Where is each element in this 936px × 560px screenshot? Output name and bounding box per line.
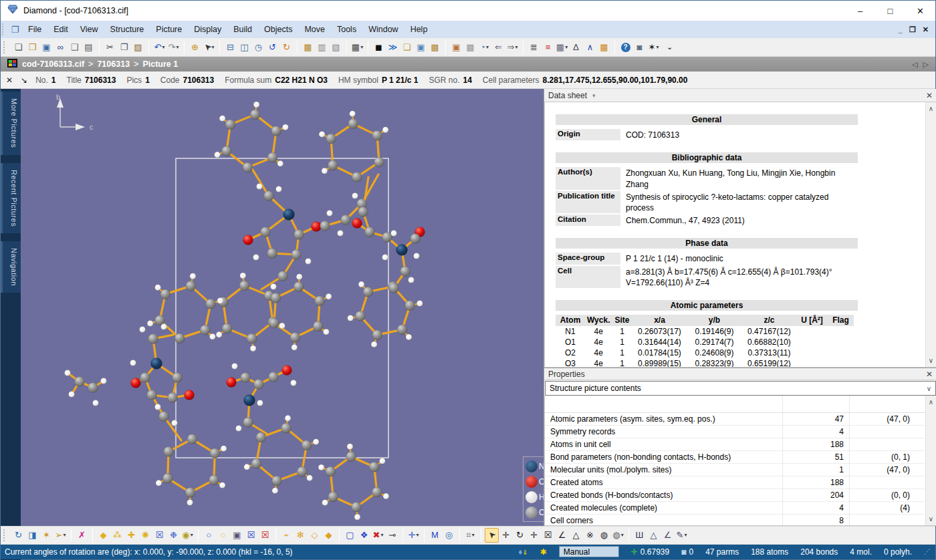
copy-table-icon[interactable]: ▧	[329, 40, 343, 55]
atom-C[interactable]	[200, 325, 210, 335]
closed-ring-icon[interactable]: ◆	[322, 528, 336, 543]
atom-H[interactable]	[253, 102, 259, 108]
atom-O[interactable]	[352, 219, 362, 229]
atom-H[interactable]	[147, 321, 153, 327]
atom-O[interactable]	[312, 222, 322, 232]
nav-back-icon[interactable]: ◁	[912, 60, 917, 69]
translate-view-icon[interactable]: ✛	[527, 528, 541, 543]
split-window-icon[interactable]: ◫	[237, 40, 251, 55]
mdi-close-button[interactable]: ✕	[923, 25, 929, 34]
animate-1-icon[interactable]: ◍	[597, 528, 611, 543]
data-sheet-close-icon[interactable]: ✕	[926, 91, 933, 100]
atom-H[interactable]	[350, 111, 356, 117]
atom-H[interactable]	[313, 439, 319, 445]
atom-C[interactable]	[351, 503, 361, 513]
atom-C[interactable]	[209, 475, 219, 485]
goto-icon[interactable]: ↘	[21, 76, 27, 85]
atom-C[interactable]	[160, 289, 170, 299]
atom-H[interactable]	[338, 231, 344, 237]
atom-H[interactable]	[253, 255, 259, 261]
atom-C[interactable]	[221, 146, 231, 156]
animate-2-icon[interactable]: ◍▾	[611, 528, 625, 543]
rotate-z-icon[interactable]: ∠	[555, 528, 569, 543]
wizard-icon[interactable]: ✱	[540, 547, 547, 557]
menu-edit[interactable]: Edit	[47, 22, 74, 37]
atom-H[interactable]	[306, 259, 312, 265]
spin-view-icon[interactable]: ※	[583, 528, 597, 543]
atom-C[interactable]	[147, 390, 157, 400]
atom-C[interactable]	[239, 281, 249, 291]
copy-picture-icon[interactable]: ▣	[414, 40, 428, 55]
atom-C[interactable]	[297, 466, 307, 476]
open-file-icon[interactable]: ❒	[25, 40, 39, 55]
maximize-button[interactable]: □	[875, 1, 905, 21]
atom-H[interactable]	[291, 345, 298, 351]
atom-H[interactable]	[414, 253, 420, 259]
colored-table-icon[interactable]: ▦	[597, 40, 611, 55]
fill-cell-icon[interactable]: ☒	[152, 528, 166, 543]
history-clock-icon[interactable]: ◔▾	[477, 40, 491, 55]
atom-C[interactable]	[243, 162, 253, 172]
atom-H[interactable]	[383, 493, 389, 499]
cut-icon[interactable]: ✂	[103, 40, 117, 55]
powder-pattern-icon[interactable]: ∧	[583, 40, 597, 55]
atom-C[interactable]	[397, 325, 407, 335]
menu-grip[interactable]	[2, 23, 5, 35]
atom-H[interactable]	[216, 332, 222, 338]
atom-H[interactable]	[272, 488, 278, 494]
remove-sym-blue-icon[interactable]: ☒	[244, 528, 258, 543]
toolbar-grip[interactable]	[3, 529, 7, 541]
record-track-icon[interactable]: ✶▾	[647, 40, 661, 55]
atom-C[interactable]	[225, 120, 235, 130]
remove-sym-red-icon[interactable]: ☒	[258, 528, 272, 543]
atom-H[interactable]	[379, 458, 385, 464]
atom-H[interactable]	[130, 360, 136, 366]
atom-H[interactable]	[408, 277, 415, 283]
atom-O[interactable]	[282, 366, 292, 376]
data-sheet-titlebar[interactable]: Data sheet ▾ ✕	[544, 89, 936, 102]
atom-C[interactable]	[400, 267, 411, 277]
atom-C[interactable]	[185, 488, 195, 498]
nav-forward-icon[interactable]: ▷	[923, 60, 929, 69]
edit-table-icon[interactable]: ▥	[315, 40, 329, 55]
sidebar-tab-navigation[interactable]: Navigation	[1, 241, 21, 293]
atom-H[interactable]	[140, 327, 146, 333]
atom-C[interactable]	[241, 373, 251, 383]
help-search-icon[interactable]: ?	[618, 40, 632, 55]
undo-all-icon[interactable]: ↺	[265, 40, 279, 55]
atom-H[interactable]	[155, 404, 161, 410]
atom-H[interactable]	[240, 273, 246, 279]
atom-C[interactable]	[148, 334, 158, 344]
menu-tools[interactable]: Tools	[331, 22, 362, 37]
atom-O[interactable]	[185, 390, 195, 400]
atom-C[interactable]	[315, 296, 325, 306]
update-window-icon[interactable]: ↻	[279, 40, 294, 55]
atom-H[interactable]	[187, 500, 193, 506]
atom-C[interactable]	[206, 299, 216, 309]
atom-H[interactable]	[279, 323, 285, 329]
import-structure-icon[interactable]: ⇐	[491, 40, 505, 55]
atom-H[interactable]	[257, 400, 263, 406]
atom-H[interactable]	[347, 444, 353, 450]
atom-C[interactable]	[159, 412, 169, 422]
atom-C[interactable]	[341, 215, 351, 225]
atom-C[interactable]	[320, 221, 330, 231]
paste-picture-icon[interactable]: ▩	[428, 40, 442, 55]
atom-H[interactable]	[65, 370, 71, 376]
atom-H[interactable]	[232, 364, 238, 370]
atom-H[interactable]	[358, 281, 364, 287]
atom-H[interactable]	[323, 329, 329, 335]
atom-H[interactable]	[271, 284, 277, 290]
create-bond-icon[interactable]: ⌁	[279, 528, 294, 543]
toolbar-grip[interactable]	[3, 41, 7, 53]
atom-C[interactable]	[271, 126, 281, 136]
insert-atom-icon[interactable]: ✚	[124, 528, 138, 543]
powder-diagram-icon[interactable]: Ш	[632, 528, 647, 543]
atom-C[interactable]	[291, 250, 302, 260]
atom-C[interactable]	[250, 110, 260, 120]
atom-H[interactable]	[219, 482, 225, 488]
record-list-icon[interactable]: ≡	[541, 40, 555, 55]
packing-icon[interactable]: ▣	[230, 528, 244, 543]
mdi-restore-button[interactable]: ❐	[909, 25, 916, 34]
atom-C[interactable]	[374, 157, 384, 167]
